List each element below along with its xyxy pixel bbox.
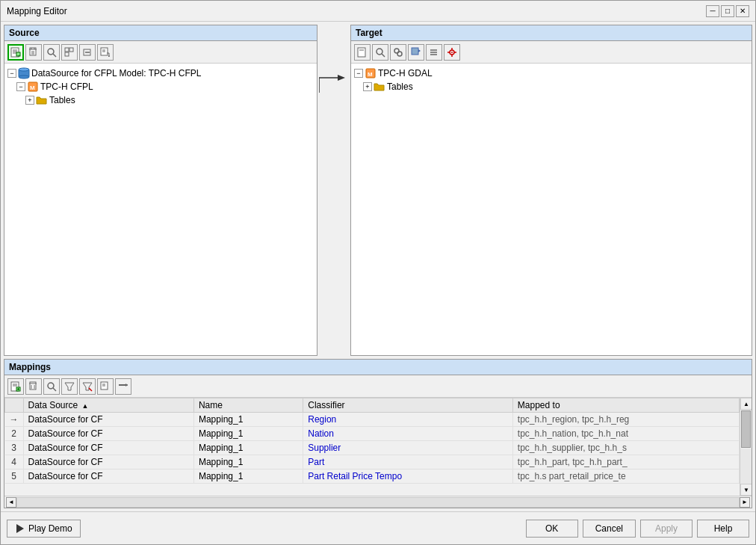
- row-indicator-4: 4: [5, 455, 24, 469]
- svg-rect-16: [65, 52, 69, 56]
- help-button[interactable]: Help: [697, 520, 749, 538]
- svg-text:+: +: [18, 53, 21, 58]
- datasource-label: DataSource for CFPL Model: TPC-H CFPL: [31, 68, 201, 78]
- row-indicator-3: 3: [5, 441, 24, 455]
- folder-icon: [36, 94, 48, 106]
- source-find-button[interactable]: [43, 44, 60, 61]
- scroll-thumb[interactable]: [741, 410, 751, 448]
- maximize-button[interactable]: □: [721, 5, 734, 17]
- source-collapse-button[interactable]: [79, 44, 96, 61]
- target-find-button[interactable]: [372, 44, 388, 61]
- svg-rect-15: [69, 48, 73, 52]
- tree-item-datasource: − DataSource for CFPL Model: TPC-H CFPL: [7, 67, 314, 80]
- svg-rect-66: [119, 384, 126, 386]
- scroll-down-button[interactable]: ▼: [740, 484, 752, 496]
- col-name[interactable]: Name: [193, 398, 303, 413]
- svg-rect-14: [65, 48, 69, 52]
- title-bar-controls: ─ □ ✕: [706, 5, 749, 17]
- cancel-button[interactable]: Cancel: [583, 520, 636, 538]
- expand-icon: [64, 47, 75, 58]
- table-row[interactable]: 3 DataSource for CF Mapping_1 Supplier t…: [5, 441, 740, 455]
- svg-marker-68: [16, 524, 24, 533]
- scroll-down-area[interactable]: [740, 449, 752, 484]
- row-name-1: Mapping_1: [193, 413, 303, 427]
- table-row[interactable]: → DataSource for CF Mapping_1 Region tpc…: [5, 413, 740, 427]
- mapping-editor-window: Mapping Editor ─ □ ✕ Source: [0, 0, 756, 545]
- minimize-button[interactable]: ─: [706, 5, 719, 17]
- mapping-arrow-area: [319, 22, 349, 359]
- close-button[interactable]: ✕: [736, 5, 749, 17]
- target-expand-button[interactable]: [426, 44, 442, 61]
- delete-icon: [28, 47, 39, 58]
- row-data-source-1: DataSource for CF: [23, 413, 193, 427]
- new-icon: +: [10, 47, 21, 58]
- main-content: Source +: [1, 22, 755, 544]
- mappings-search-icon: [46, 381, 57, 392]
- col-data-source[interactable]: Data Source ▲: [23, 398, 193, 413]
- svg-marker-60: [65, 383, 74, 390]
- scroll-right-button[interactable]: ►: [740, 497, 750, 508]
- col-mapped-to[interactable]: Mapped to: [512, 398, 739, 413]
- svg-line-33: [382, 54, 385, 57]
- model-toggle[interactable]: −: [16, 82, 25, 91]
- target-model-label: TPC-H GDAL: [378, 68, 433, 78]
- vertical-scrollbar: ▲ ▼: [740, 398, 752, 496]
- target-new-button[interactable]: [354, 44, 371, 61]
- mappings-table-scroll[interactable]: Data Source ▲ Name Classifier: [4, 398, 740, 496]
- tables-toggle[interactable]: +: [25, 96, 34, 105]
- tree-item-target-tables: + Tables: [363, 80, 749, 93]
- apply-button[interactable]: Apply: [640, 520, 693, 538]
- datasource-icon: [18, 67, 30, 79]
- row-mapped-3: tpc_h.h_supplier, tpc_h.h_s: [512, 441, 739, 455]
- target-expand-icon: [429, 47, 439, 58]
- play-demo-button[interactable]: Play Demo: [7, 520, 81, 538]
- mappings-export-button[interactable]: [97, 378, 114, 395]
- datasource-toggle[interactable]: −: [7, 69, 16, 78]
- source-expand-button[interactable]: [61, 44, 78, 61]
- row-classifier-3: Supplier: [303, 441, 513, 455]
- target-header: Target: [351, 25, 752, 41]
- ok-button[interactable]: OK: [526, 520, 578, 538]
- source-delete-button[interactable]: [25, 44, 42, 61]
- row-name-2: Mapping_1: [193, 427, 303, 441]
- table-row[interactable]: 2 DataSource for CF Mapping_1 Nation tpc…: [5, 427, 740, 441]
- col-indicator: [5, 398, 24, 413]
- sort-arrow-icon: ▲: [82, 402, 89, 410]
- col-classifier[interactable]: Classifier: [303, 398, 513, 413]
- table-row[interactable]: 4 DataSource for CF Mapping_1 Part tpc_h…: [5, 455, 740, 469]
- mappings-filter-button[interactable]: [61, 378, 78, 395]
- mappings-menu-button[interactable]: [115, 378, 131, 395]
- source-export-button[interactable]: [97, 44, 114, 61]
- svg-point-41: [451, 52, 453, 53]
- mapping-arrow-svg: [319, 63, 349, 123]
- mappings-add-button[interactable]: [7, 378, 24, 395]
- svg-text:M: M: [368, 71, 373, 78]
- row-indicator-5: 5: [5, 469, 24, 484]
- target-menu-button[interactable]: [408, 44, 424, 61]
- bottom-bar: Play Demo OK Cancel Apply Help: [1, 511, 755, 544]
- mappings-clear-button[interactable]: [79, 378, 96, 395]
- svg-point-58: [48, 383, 54, 389]
- mappings-section: Mappings: [4, 359, 752, 508]
- mappings-header: Mappings: [4, 360, 752, 375]
- scroll-up-button[interactable]: ▲: [740, 398, 752, 410]
- row-data-source-2: DataSource for CF: [23, 427, 193, 441]
- mappings-find-button[interactable]: [43, 378, 60, 395]
- row-mapped-5: tpc_h.s part_retail_price_te: [512, 469, 739, 484]
- scroll-left-button[interactable]: ◄: [6, 497, 16, 508]
- scroll-track: [740, 410, 752, 484]
- play-demo-label: Play Demo: [28, 523, 72, 534]
- mappings-delete-icon: [28, 381, 39, 392]
- row-mapped-1: tpc_h.h_region, tpc_h.h_reg: [512, 413, 739, 427]
- mappings-delete-button[interactable]: [25, 378, 42, 395]
- scroll-horizontal-track[interactable]: [16, 497, 740, 508]
- target-find2-button[interactable]: [390, 44, 406, 61]
- model-icon: M: [27, 81, 39, 93]
- mappings-table-container: Data Source ▲ Name Classifier: [4, 398, 752, 496]
- source-new-button[interactable]: +: [7, 44, 24, 61]
- target-model-toggle[interactable]: −: [354, 69, 363, 78]
- table-row[interactable]: 5 DataSource for CF Mapping_1 Part Retai…: [5, 469, 740, 484]
- svg-point-32: [377, 49, 382, 55]
- target-tables-toggle[interactable]: +: [363, 82, 372, 91]
- target-settings-button[interactable]: [444, 44, 460, 61]
